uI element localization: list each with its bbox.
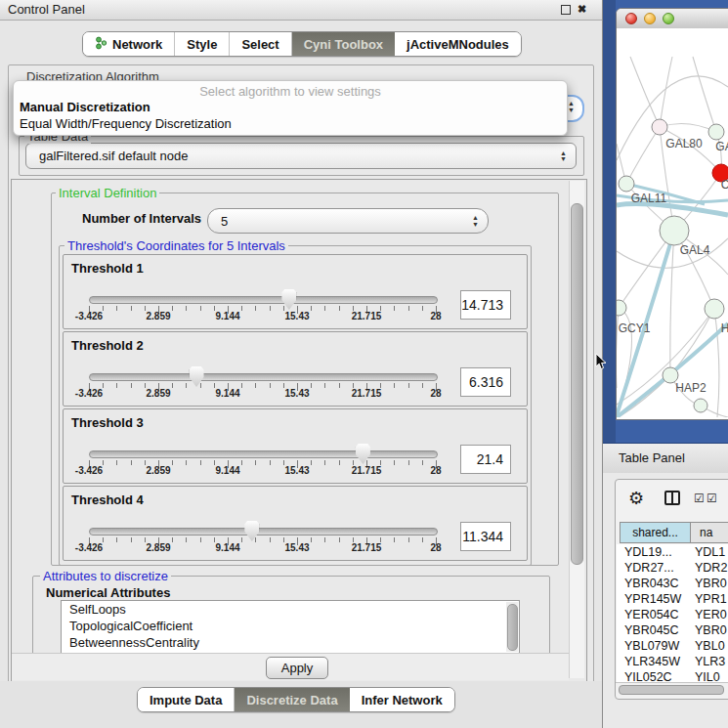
table-row[interactable]: YLR345WYLR3 — [617, 654, 728, 669]
table-row[interactable]: YIL052CYIL0 — [617, 669, 728, 682]
table-row[interactable]: YDR27...YDR2 — [617, 560, 728, 576]
table-row[interactable]: YBR043CYBR0 — [617, 576, 728, 591]
tick-mark — [324, 306, 325, 311]
threshold-value-field[interactable]: 6.316 — [460, 367, 511, 397]
table-data-combobox[interactable]: galFiltered.sif default node ▲▼ — [25, 143, 577, 169]
network-node[interactable] — [708, 124, 724, 140]
bottom-tab-infer-network[interactable]: Infer Network — [350, 688, 454, 711]
tick-mark — [324, 460, 325, 465]
axis-tick-label: 9.144 — [215, 388, 239, 399]
threshold-value-field[interactable]: 21.4 — [460, 445, 511, 474]
slider-track[interactable] — [89, 528, 438, 535]
popup-option[interactable]: Equal Width/Frequency Discretization — [20, 116, 232, 131]
attribute-list-item[interactable]: SelfLoops — [62, 601, 519, 618]
list-scrollbar[interactable] — [506, 602, 518, 652]
algorithm-dropdown-popup: Select algorithm to view settings Manual… — [13, 80, 568, 136]
network-canvas[interactable]: GAL80GACGAL11GAL4GCY1HHAP2 — [617, 28, 728, 417]
tick-mark — [422, 537, 423, 542]
desktop-edge-shadow — [603, 0, 616, 443]
tick-mark — [200, 460, 201, 465]
table-row[interactable]: YDL19...YDL1 — [617, 544, 728, 560]
network-node[interactable] — [619, 176, 634, 192]
checkbox-icon[interactable]: ☑ — [707, 492, 717, 505]
tick-mark — [324, 383, 325, 388]
network-window-titlebar[interactable] — [617, 9, 728, 30]
gear-icon[interactable]: ⚙ — [628, 488, 644, 509]
table-row[interactable]: YPR145WYPR1 — [617, 591, 728, 607]
top-tab-jactivemnodules[interactable]: jActiveMNodules — [395, 32, 521, 56]
top-tab-cyni-toolbox[interactable]: Cyni Toolbox — [291, 32, 395, 56]
threshold-value-field[interactable]: 14.713 — [460, 290, 511, 320]
network-node[interactable] — [660, 216, 689, 245]
bottom-tab-impute-data[interactable]: Impute Data — [138, 688, 234, 711]
slider-track[interactable] — [89, 373, 438, 381]
network-edge — [693, 57, 716, 132]
top-tab-label: Style — [187, 37, 217, 52]
table-panel-title: Table Panel — [619, 450, 685, 465]
tick-mark — [255, 383, 256, 388]
tick-mark — [186, 306, 187, 311]
node-label: C — [721, 178, 728, 192]
slider-thumb[interactable] — [190, 366, 204, 387]
apply-strip: Apply — [12, 653, 569, 680]
top-tab-label: Cyni Toolbox — [304, 37, 383, 52]
bottom-tab-discretize-data[interactable]: Discretize Data — [234, 688, 349, 711]
tick-mark — [116, 460, 117, 465]
tick-mark — [103, 460, 104, 465]
tick-mark — [241, 383, 242, 388]
cell-name: YBL0 — [695, 639, 725, 653]
popup-option[interactable]: Manual Discretization — [20, 100, 150, 114]
numerical-attributes-list[interactable]: SelfLoopsTopologicalCoefficientBetweenne… — [61, 600, 520, 654]
top-tab-network[interactable]: Network — [83, 32, 174, 56]
vertical-scrollbar-thumb[interactable] — [571, 203, 583, 565]
combo-arrows-icon: ▲▼ — [568, 101, 575, 112]
top-tab-style[interactable]: Style — [174, 32, 229, 56]
top-tab-select[interactable]: Select — [229, 32, 290, 56]
slider-thumb[interactable] — [356, 444, 370, 464]
zoom-traffic-light[interactable] — [663, 13, 674, 24]
tick-mark — [186, 537, 187, 542]
axis-tick-label: 9.144 — [215, 311, 239, 321]
split-columns-icon[interactable] — [664, 491, 680, 505]
horizontal-scrollbar-thumb[interactable] — [619, 685, 724, 695]
close-traffic-light[interactable] — [625, 13, 637, 24]
axis-tick-label: 2.859 — [146, 388, 170, 399]
mouse-cursor — [595, 354, 609, 371]
checkbox-icon[interactable]: ☑ — [694, 492, 705, 505]
tick-mark — [422, 383, 423, 388]
number-of-intervals-combobox[interactable]: 5 ▲▼ — [207, 208, 489, 234]
column-header-name[interactable]: na — [691, 522, 728, 543]
slider-track[interactable] — [89, 450, 438, 458]
table-row[interactable]: YER054CYER0 — [617, 607, 728, 622]
network-edge — [714, 309, 719, 417]
axis-tick-label: 9.144 — [215, 465, 239, 476]
tick-mark — [186, 383, 187, 388]
apply-button[interactable]: Apply — [266, 657, 328, 679]
horizontal-scrollbar[interactable] — [616, 682, 728, 696]
attribute-list-item[interactable]: BetweennessCentrality — [62, 634, 519, 651]
list-scrollbar-thumb[interactable] — [507, 604, 518, 651]
tick-mark — [116, 383, 117, 388]
network-node[interactable] — [652, 119, 667, 135]
column-header-shared-name[interactable]: shared... — [620, 522, 691, 543]
network-node[interactable] — [705, 299, 724, 319]
float-window-icon[interactable] — [561, 5, 571, 15]
minimize-traffic-light[interactable] — [644, 13, 656, 24]
slider-track[interactable] — [89, 296, 438, 304]
network-node[interactable] — [694, 399, 707, 412]
tick-mark — [422, 306, 423, 311]
slider-thumb[interactable] — [244, 521, 259, 541]
tick-mark — [394, 460, 395, 465]
bottom-tabs: Impute DataDiscretize DataInfer Network — [137, 687, 455, 712]
table-row[interactable]: YBL079WYBL0 — [617, 638, 728, 654]
network-graph-icon — [95, 36, 112, 53]
attribute-list-item[interactable]: TopologicalCoefficient — [62, 618, 519, 634]
table-row[interactable]: YBR045CYBR0 — [617, 622, 728, 638]
tick-mark — [103, 306, 104, 311]
number-of-intervals-label: Number of Intervals — [82, 211, 201, 226]
bottom-tab-label: Infer Network — [362, 693, 443, 707]
cell-name: YDR2 — [695, 561, 727, 575]
close-icon[interactable]: ✖ — [577, 4, 587, 15]
threshold-value-field[interactable]: 11.344 — [460, 522, 511, 551]
top-tab-bar: NetworkStyleSelectCyni ToolboxjActiveMNo… — [82, 31, 522, 57]
